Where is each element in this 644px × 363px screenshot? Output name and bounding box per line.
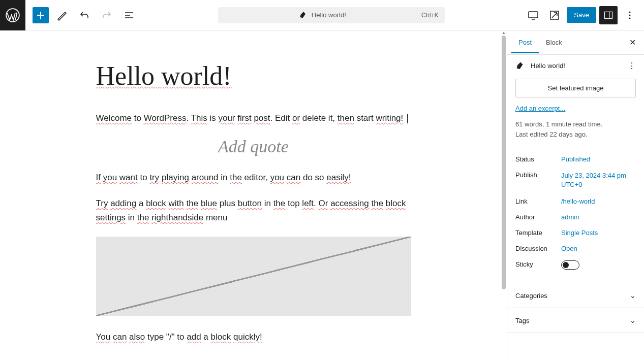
redo-button[interactable] (98, 6, 116, 24)
settings-sidebar: Post Block ✕ Hello world! ⋮ Set featured… (507, 30, 644, 363)
add-excerpt-link[interactable]: Add an excerpt... (507, 105, 644, 119)
template-row: Template Single Posts (515, 225, 636, 241)
image-block-placeholder[interactable] (96, 237, 411, 316)
author-value[interactable]: admin (561, 213, 636, 221)
post-summary-title: Hello world! (531, 62, 565, 70)
discussion-row: Discussion Open (515, 241, 636, 256)
svg-point-5 (629, 14, 631, 16)
view-button[interactable] (524, 6, 542, 24)
command-bar-shortcut: Ctrl+K (421, 12, 439, 19)
scrollbar[interactable]: ▲ (501, 30, 507, 363)
command-palette-button[interactable]: Hello world! Ctrl+K (218, 7, 445, 23)
post-summary-row: Hello world! ⋮ (507, 55, 644, 77)
publish-row: Publish July 23, 2024 3:44 pm UTC+0 (515, 167, 636, 193)
link-value[interactable]: /hello-world (561, 197, 636, 205)
tags-panel[interactable]: Tags ⌄ (507, 308, 644, 333)
save-button[interactable]: Save (567, 7, 596, 23)
pen-icon (299, 11, 308, 19)
sticky-toggle[interactable] (561, 260, 579, 270)
undo-button[interactable] (75, 6, 94, 24)
document-overview-button[interactable] (120, 6, 138, 24)
paragraph-block[interactable]: Welcome to WordPress. This is your first… (96, 111, 411, 125)
svg-point-4 (629, 11, 631, 13)
settings-sidebar-toggle[interactable] (599, 6, 618, 24)
wordpress-logo[interactable] (0, 0, 25, 30)
author-row: Author admin (515, 209, 636, 225)
top-toolbar: Hello world! Ctrl+K Save (0, 0, 644, 30)
discussion-value[interactable]: Open (561, 245, 636, 252)
chevron-down-icon: ⌄ (630, 291, 636, 300)
publish-value[interactable]: July 23, 2024 3:44 pm UTC+0 (561, 171, 636, 189)
link-row: Link /hello-world (515, 193, 636, 209)
post-actions-menu[interactable]: ⋮ (628, 61, 636, 71)
quote-block-placeholder[interactable]: Add quote (96, 137, 411, 156)
tools-button[interactable] (53, 6, 71, 24)
close-sidebar-button[interactable]: ✕ (625, 34, 640, 51)
tab-post[interactable]: Post (511, 31, 539, 53)
chevron-down-icon: ⌄ (630, 316, 636, 324)
svg-rect-3 (605, 12, 612, 18)
post-stats: 61 words, 1 minute read time. Last edite… (507, 119, 644, 147)
paragraph-block[interactable]: Try adding a block with the blue plus bu… (96, 196, 411, 224)
pen-icon (515, 61, 526, 71)
svg-rect-1 (529, 12, 538, 18)
post-title-input[interactable]: Hello world! (96, 61, 411, 91)
template-value[interactable]: Single Posts (561, 229, 636, 237)
command-bar-title: Hello world! (312, 11, 346, 19)
paragraph-block[interactable]: If you want to try playing around in the… (96, 171, 411, 184)
preview-external-button[interactable] (545, 6, 564, 24)
status-value[interactable]: Published (561, 155, 636, 163)
editor-canvas[interactable]: ▲ Hello world! Welcome to WordPress. Thi… (0, 30, 507, 363)
svg-point-6 (629, 17, 631, 19)
paragraph-block[interactable]: You can also type "/" to add a block qui… (96, 330, 411, 344)
set-featured-image-button[interactable]: Set featured image (515, 79, 636, 97)
sidebar-tabs: Post Block ✕ (507, 30, 644, 55)
tab-block[interactable]: Block (539, 31, 569, 53)
block-inserter-button[interactable] (33, 7, 49, 23)
sticky-row: Sticky (515, 256, 636, 274)
text-cursor (407, 114, 408, 123)
categories-panel[interactable]: Categories ⌄ (507, 283, 644, 308)
options-menu-button[interactable] (621, 6, 639, 24)
status-row: Status Published (515, 151, 636, 167)
